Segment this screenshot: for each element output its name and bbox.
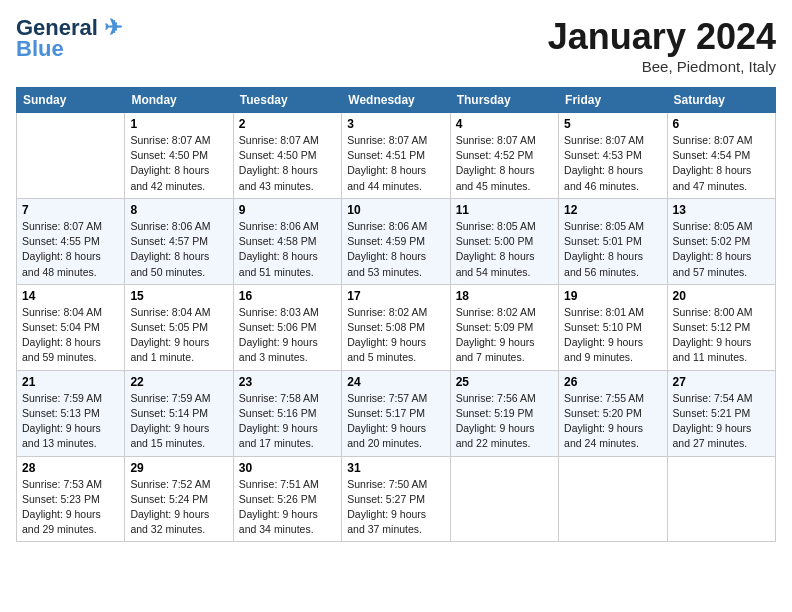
day-info: Sunrise: 8:05 AMSunset: 5:02 PMDaylight:…: [673, 219, 770, 280]
calendar-cell: 16Sunrise: 8:03 AMSunset: 5:06 PMDayligh…: [233, 284, 341, 370]
calendar-cell: [17, 113, 125, 199]
day-info: Sunrise: 7:50 AMSunset: 5:27 PMDaylight:…: [347, 477, 444, 538]
day-number: 20: [673, 289, 770, 303]
calendar-cell: [667, 456, 775, 542]
day-number: 29: [130, 461, 227, 475]
day-info: Sunrise: 8:07 AMSunset: 4:55 PMDaylight:…: [22, 219, 119, 280]
col-friday: Friday: [559, 88, 667, 113]
calendar-cell: 13Sunrise: 8:05 AMSunset: 5:02 PMDayligh…: [667, 198, 775, 284]
calendar-cell: 23Sunrise: 7:58 AMSunset: 5:16 PMDayligh…: [233, 370, 341, 456]
calendar-cell: 30Sunrise: 7:51 AMSunset: 5:26 PMDayligh…: [233, 456, 341, 542]
day-number: 25: [456, 375, 553, 389]
calendar-header-row: Sunday Monday Tuesday Wednesday Thursday…: [17, 88, 776, 113]
day-number: 27: [673, 375, 770, 389]
day-number: 1: [130, 117, 227, 131]
day-info: Sunrise: 7:55 AMSunset: 5:20 PMDaylight:…: [564, 391, 661, 452]
calendar-cell: 8Sunrise: 8:06 AMSunset: 4:57 PMDaylight…: [125, 198, 233, 284]
day-number: 7: [22, 203, 119, 217]
calendar-cell: 15Sunrise: 8:04 AMSunset: 5:05 PMDayligh…: [125, 284, 233, 370]
day-info: Sunrise: 8:07 AMSunset: 4:50 PMDaylight:…: [239, 133, 336, 194]
day-info: Sunrise: 8:07 AMSunset: 4:53 PMDaylight:…: [564, 133, 661, 194]
calendar-cell: 11Sunrise: 8:05 AMSunset: 5:00 PMDayligh…: [450, 198, 558, 284]
day-info: Sunrise: 8:02 AMSunset: 5:08 PMDaylight:…: [347, 305, 444, 366]
day-info: Sunrise: 8:07 AMSunset: 4:51 PMDaylight:…: [347, 133, 444, 194]
calendar-cell: 21Sunrise: 7:59 AMSunset: 5:13 PMDayligh…: [17, 370, 125, 456]
calendar-cell: 25Sunrise: 7:56 AMSunset: 5:19 PMDayligh…: [450, 370, 558, 456]
col-sunday: Sunday: [17, 88, 125, 113]
day-number: 6: [673, 117, 770, 131]
day-number: 22: [130, 375, 227, 389]
day-info: Sunrise: 7:53 AMSunset: 5:23 PMDaylight:…: [22, 477, 119, 538]
logo-bird-icon: ✈: [98, 15, 122, 40]
calendar-week-row: 7Sunrise: 8:07 AMSunset: 4:55 PMDaylight…: [17, 198, 776, 284]
calendar-cell: 28Sunrise: 7:53 AMSunset: 5:23 PMDayligh…: [17, 456, 125, 542]
calendar-cell: 4Sunrise: 8:07 AMSunset: 4:52 PMDaylight…: [450, 113, 558, 199]
day-number: 2: [239, 117, 336, 131]
calendar-body: 1Sunrise: 8:07 AMSunset: 4:50 PMDaylight…: [17, 113, 776, 542]
day-number: 10: [347, 203, 444, 217]
day-number: 11: [456, 203, 553, 217]
calendar-cell: 24Sunrise: 7:57 AMSunset: 5:17 PMDayligh…: [342, 370, 450, 456]
calendar-cell: 6Sunrise: 8:07 AMSunset: 4:54 PMDaylight…: [667, 113, 775, 199]
day-number: 28: [22, 461, 119, 475]
calendar-cell: [559, 456, 667, 542]
day-number: 18: [456, 289, 553, 303]
col-monday: Monday: [125, 88, 233, 113]
day-number: 9: [239, 203, 336, 217]
day-info: Sunrise: 8:03 AMSunset: 5:06 PMDaylight:…: [239, 305, 336, 366]
day-info: Sunrise: 7:54 AMSunset: 5:21 PMDaylight:…: [673, 391, 770, 452]
calendar-week-row: 28Sunrise: 7:53 AMSunset: 5:23 PMDayligh…: [17, 456, 776, 542]
calendar-cell: 19Sunrise: 8:01 AMSunset: 5:10 PMDayligh…: [559, 284, 667, 370]
calendar-cell: [450, 456, 558, 542]
logo: General ✈ Blue: [16, 16, 122, 62]
day-info: Sunrise: 8:06 AMSunset: 4:59 PMDaylight:…: [347, 219, 444, 280]
day-number: 17: [347, 289, 444, 303]
calendar-cell: 17Sunrise: 8:02 AMSunset: 5:08 PMDayligh…: [342, 284, 450, 370]
day-info: Sunrise: 7:59 AMSunset: 5:13 PMDaylight:…: [22, 391, 119, 452]
calendar-cell: 31Sunrise: 7:50 AMSunset: 5:27 PMDayligh…: [342, 456, 450, 542]
day-info: Sunrise: 8:02 AMSunset: 5:09 PMDaylight:…: [456, 305, 553, 366]
day-number: 8: [130, 203, 227, 217]
day-number: 15: [130, 289, 227, 303]
day-info: Sunrise: 8:06 AMSunset: 4:57 PMDaylight:…: [130, 219, 227, 280]
day-info: Sunrise: 8:05 AMSunset: 5:00 PMDaylight:…: [456, 219, 553, 280]
calendar-subtitle: Bee, Piedmont, Italy: [548, 58, 776, 75]
col-wednesday: Wednesday: [342, 88, 450, 113]
day-number: 24: [347, 375, 444, 389]
header: General ✈ Blue January 2024 Bee, Piedmon…: [16, 16, 776, 75]
day-number: 3: [347, 117, 444, 131]
calendar-cell: 26Sunrise: 7:55 AMSunset: 5:20 PMDayligh…: [559, 370, 667, 456]
day-info: Sunrise: 7:58 AMSunset: 5:16 PMDaylight:…: [239, 391, 336, 452]
calendar-cell: 27Sunrise: 7:54 AMSunset: 5:21 PMDayligh…: [667, 370, 775, 456]
calendar-cell: 10Sunrise: 8:06 AMSunset: 4:59 PMDayligh…: [342, 198, 450, 284]
day-info: Sunrise: 7:59 AMSunset: 5:14 PMDaylight:…: [130, 391, 227, 452]
page-container: General ✈ Blue January 2024 Bee, Piedmon…: [0, 0, 792, 550]
col-thursday: Thursday: [450, 88, 558, 113]
day-number: 19: [564, 289, 661, 303]
day-info: Sunrise: 8:01 AMSunset: 5:10 PMDaylight:…: [564, 305, 661, 366]
logo-blue: Blue: [16, 36, 64, 62]
day-info: Sunrise: 8:04 AMSunset: 5:04 PMDaylight:…: [22, 305, 119, 366]
day-info: Sunrise: 7:51 AMSunset: 5:26 PMDaylight:…: [239, 477, 336, 538]
day-number: 5: [564, 117, 661, 131]
calendar-week-row: 21Sunrise: 7:59 AMSunset: 5:13 PMDayligh…: [17, 370, 776, 456]
day-info: Sunrise: 8:07 AMSunset: 4:52 PMDaylight:…: [456, 133, 553, 194]
day-info: Sunrise: 8:00 AMSunset: 5:12 PMDaylight:…: [673, 305, 770, 366]
day-info: Sunrise: 7:52 AMSunset: 5:24 PMDaylight:…: [130, 477, 227, 538]
calendar-cell: 3Sunrise: 8:07 AMSunset: 4:51 PMDaylight…: [342, 113, 450, 199]
day-info: Sunrise: 8:07 AMSunset: 4:54 PMDaylight:…: [673, 133, 770, 194]
day-number: 14: [22, 289, 119, 303]
calendar-cell: 14Sunrise: 8:04 AMSunset: 5:04 PMDayligh…: [17, 284, 125, 370]
day-number: 13: [673, 203, 770, 217]
day-info: Sunrise: 8:04 AMSunset: 5:05 PMDaylight:…: [130, 305, 227, 366]
calendar-cell: 9Sunrise: 8:06 AMSunset: 4:58 PMDaylight…: [233, 198, 341, 284]
day-number: 31: [347, 461, 444, 475]
calendar-cell: 7Sunrise: 8:07 AMSunset: 4:55 PMDaylight…: [17, 198, 125, 284]
calendar-cell: 18Sunrise: 8:02 AMSunset: 5:09 PMDayligh…: [450, 284, 558, 370]
calendar-cell: 12Sunrise: 8:05 AMSunset: 5:01 PMDayligh…: [559, 198, 667, 284]
day-number: 26: [564, 375, 661, 389]
calendar-title: January 2024: [548, 16, 776, 58]
day-info: Sunrise: 8:05 AMSunset: 5:01 PMDaylight:…: [564, 219, 661, 280]
calendar-week-row: 14Sunrise: 8:04 AMSunset: 5:04 PMDayligh…: [17, 284, 776, 370]
day-number: 12: [564, 203, 661, 217]
